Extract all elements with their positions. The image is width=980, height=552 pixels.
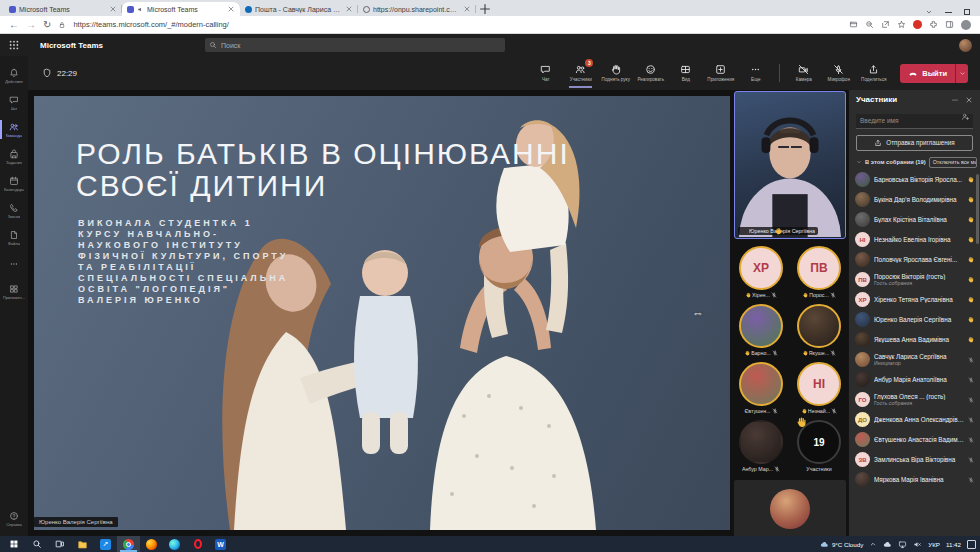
toolbar-share-button[interactable]: Поделиться bbox=[857, 58, 890, 88]
teams-search-input[interactable] bbox=[205, 38, 505, 52]
speaker-muted-icon[interactable] bbox=[913, 540, 922, 549]
bookmark-star-icon[interactable] bbox=[897, 20, 906, 29]
toolbar-camera-button[interactable]: Камера bbox=[787, 58, 820, 88]
leave-button[interactable]: Выйти bbox=[900, 64, 955, 83]
tab-close-icon[interactable] bbox=[463, 5, 471, 13]
zoom-out-icon[interactable] bbox=[865, 20, 874, 29]
adblock-icon[interactable] bbox=[913, 20, 922, 29]
toolbar-more-button[interactable]: Еще bbox=[739, 58, 772, 88]
side-panel-icon[interactable] bbox=[945, 20, 954, 29]
sidebar-item-files[interactable]: Файлы bbox=[0, 224, 28, 251]
sidebar-item-help[interactable]: Справка bbox=[0, 505, 28, 532]
taskbar-task-view-button[interactable] bbox=[48, 536, 71, 552]
tab-close-icon[interactable] bbox=[227, 5, 235, 13]
chevron-down-icon[interactable] bbox=[925, 8, 933, 16]
participant-row[interactable]: ХР Хіренко Тетяна Русланівна bbox=[849, 290, 980, 310]
scrollbar[interactable] bbox=[976, 174, 979, 244]
taskbar-mail-app-button[interactable] bbox=[94, 536, 117, 552]
waffle-icon[interactable] bbox=[0, 39, 28, 51]
clock[interactable]: 11:42 bbox=[946, 541, 961, 548]
toolbar-chat-button[interactable]: Чат bbox=[529, 58, 562, 88]
participant-row[interactable]: Євтушенко Анастасія Вадимівна bbox=[849, 430, 980, 450]
participant-video-tile[interactable]: 19 Участники bbox=[792, 420, 846, 472]
toolbar-mic-button[interactable]: Микрофон bbox=[822, 58, 855, 88]
mic-off-icon[interactable] bbox=[968, 457, 974, 463]
participant-search-input[interactable] bbox=[856, 114, 973, 129]
taskbar-search-button[interactable] bbox=[25, 536, 48, 552]
onedrive-cloud-icon[interactable] bbox=[883, 540, 892, 549]
tray-chevron-up-icon[interactable] bbox=[869, 540, 877, 548]
toolbar-view-button[interactable]: Вид bbox=[669, 58, 702, 88]
browser-tab[interactable]: Пошта - Савчук Лариса Сергіїв bbox=[240, 2, 358, 16]
browser-tab[interactable]: Microsoft Teams bbox=[4, 2, 122, 16]
mic-off-icon[interactable] bbox=[968, 477, 974, 483]
extensions-puzzle-icon[interactable] bbox=[929, 20, 938, 29]
participant-row[interactable]: НІ Незнайко Евеліна Ігорівна bbox=[849, 230, 980, 250]
chevron-down-icon[interactable] bbox=[856, 159, 862, 165]
browser-tab[interactable]: https://onpu.sharepoint.com/si... bbox=[358, 2, 476, 16]
card-icon[interactable] bbox=[849, 20, 858, 29]
sidebar-item-calendar[interactable]: Календарь bbox=[0, 170, 28, 197]
minimize-button[interactable] bbox=[945, 12, 952, 13]
language-indicator[interactable]: УКР bbox=[928, 541, 940, 548]
url-text[interactable]: https://teams.microsoft.com/_#/modern-ca… bbox=[73, 20, 228, 29]
notification-center-icon[interactable] bbox=[967, 540, 976, 549]
mic-off-icon[interactable] bbox=[968, 397, 974, 403]
self-view-tile[interactable] bbox=[734, 480, 846, 538]
browser-tab[interactable]: Microsoft Teams bbox=[122, 2, 240, 16]
participant-row[interactable]: Мяркова Марія Іванівна bbox=[849, 470, 980, 490]
leave-options-chevron[interactable] bbox=[955, 64, 968, 83]
maximize-button[interactable] bbox=[964, 9, 970, 15]
taskbar-firefox-button[interactable] bbox=[140, 536, 163, 552]
participant-row[interactable]: Булах Крістіна Віталіївна bbox=[849, 210, 980, 230]
participant-row[interactable]: Букіна Дар'я Володимирівна bbox=[849, 190, 980, 210]
participant-row[interactable]: Юренко Валерія Сергіївна bbox=[849, 310, 980, 330]
send-invite-button[interactable]: Отправка приглашения bbox=[856, 135, 973, 151]
toolbar-participants-button[interactable]: 3 Участники bbox=[564, 58, 597, 88]
toolbar-react-button[interactable]: Реагировать bbox=[634, 58, 667, 88]
active-speaker-video-tile[interactable]: Юренко Валерія Сергіївна bbox=[734, 91, 846, 239]
more-options-icon[interactable] bbox=[951, 96, 959, 104]
participant-row[interactable]: ГО Глухова Олеся ... (гость) Гость собра… bbox=[849, 390, 980, 410]
mic-off-icon[interactable] bbox=[968, 357, 974, 363]
participant-row[interactable]: Якушева Анна Вадимівна bbox=[849, 330, 980, 350]
close-icon[interactable] bbox=[965, 96, 973, 104]
taskbar-chrome-button[interactable] bbox=[117, 536, 140, 552]
taskbar-start-button[interactable] bbox=[2, 536, 25, 552]
sidebar-item-assignments[interactable]: Задания bbox=[0, 143, 28, 170]
participant-video-tile[interactable]: ХР Хірен... bbox=[734, 246, 788, 298]
taskbar-weather[interactable]: 9°C Cloudy bbox=[820, 540, 863, 549]
sidebar-item-teams[interactable]: Команды bbox=[0, 116, 28, 143]
toolbar-apps-button[interactable]: Приложения bbox=[704, 58, 737, 88]
taskbar-opera-button[interactable] bbox=[186, 536, 209, 552]
sidebar-item-chat[interactable]: Чат bbox=[0, 89, 28, 116]
participant-row[interactable]: ПВ Поросюк Вікторія (гость) Гость собран… bbox=[849, 270, 980, 290]
mic-off-icon[interactable] bbox=[968, 417, 974, 423]
participant-row[interactable]: Савчук Лариса Сергіївна Инициатор bbox=[849, 350, 980, 370]
sidebar-item-apps[interactable]: Приложен... bbox=[0, 278, 28, 305]
share-icon[interactable] bbox=[881, 20, 890, 29]
taskbar-edge-button[interactable] bbox=[163, 536, 186, 552]
participant-video-tile[interactable]: Якуше... bbox=[792, 304, 846, 356]
reload-icon[interactable]: ↻ bbox=[43, 20, 51, 30]
participant-row[interactable]: Барновська Вікторія Яросла... bbox=[849, 170, 980, 190]
mic-off-icon[interactable] bbox=[968, 437, 974, 443]
participant-row[interactable]: ЗВ Замлинська Віра Вікторівна bbox=[849, 450, 980, 470]
participant-row[interactable]: ДО Дженкова Анна Олександрівна bbox=[849, 410, 980, 430]
display-icon[interactable] bbox=[898, 540, 907, 549]
sidebar-item-more[interactable] bbox=[0, 251, 28, 278]
toolbar-raise-hand-button[interactable]: Поднять руку bbox=[599, 58, 632, 88]
tab-close-icon[interactable] bbox=[109, 5, 117, 13]
participant-video-tile[interactable]: Євтушен... bbox=[734, 362, 788, 414]
mic-off-icon[interactable] bbox=[968, 377, 974, 383]
back-icon[interactable]: ← bbox=[9, 20, 19, 30]
participant-video-tile[interactable]: Анбур Мар... bbox=[734, 420, 788, 472]
browser-profile-avatar[interactable] bbox=[961, 20, 971, 30]
new-tab-button[interactable] bbox=[478, 2, 492, 16]
teams-profile-avatar[interactable] bbox=[959, 39, 972, 52]
taskbar-word-button[interactable] bbox=[209, 536, 232, 552]
tab-close-icon[interactable] bbox=[345, 5, 353, 13]
taskbar-explorer-button[interactable] bbox=[71, 536, 94, 552]
participant-video-tile[interactable]: НІ Незнай... bbox=[792, 362, 846, 414]
participant-video-tile[interactable]: Барно... bbox=[734, 304, 788, 356]
